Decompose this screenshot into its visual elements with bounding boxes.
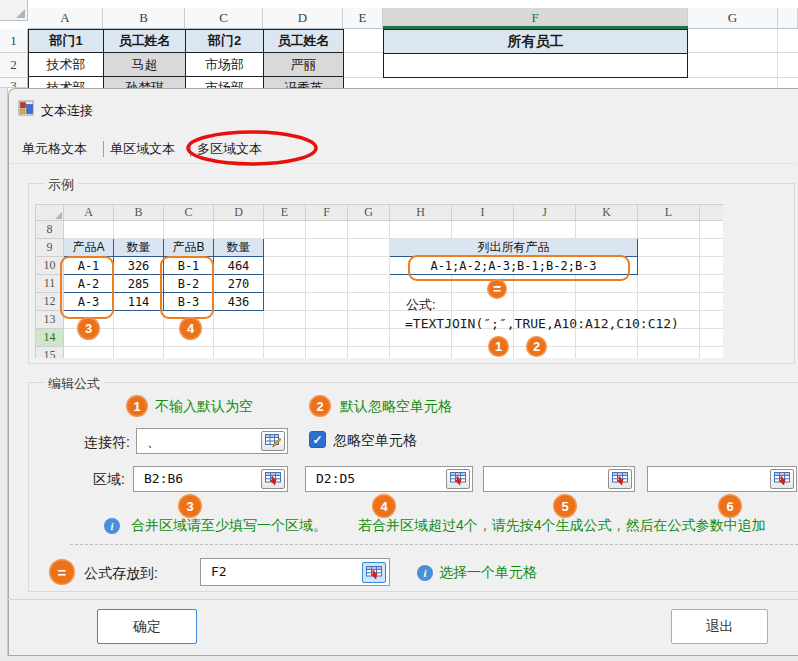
mini-cell-d11: 270 <box>214 275 264 293</box>
mini-cell-d10: 464 <box>214 257 264 275</box>
ok-button[interactable]: 确定 <box>97 609 197 644</box>
target-value: F2 <box>211 564 227 579</box>
badge-6-range: 6 <box>718 494 742 518</box>
cell-b2[interactable]: 马超 <box>104 53 186 77</box>
dashed-divider <box>70 544 798 545</box>
example-group-label: 示例 <box>44 176 78 194</box>
col-header-a[interactable]: A <box>28 8 103 29</box>
range-value-1: B2:B6 <box>144 471 183 486</box>
mini-corner-triangle-icon <box>55 212 62 219</box>
cell-b1[interactable]: 员工姓名 <box>104 30 186 53</box>
gridline <box>688 77 798 78</box>
badge-equals-target: = <box>49 559 75 585</box>
cell-f1[interactable]: 所有员工 <box>384 30 687 54</box>
col-header-c[interactable]: C <box>185 8 263 29</box>
range-select-icon <box>774 472 790 486</box>
f-column-block: 所有员工 <box>383 29 688 78</box>
joiner-input[interactable]: 、 <box>136 428 288 454</box>
cell-c3-clipped[interactable]: 市场部 <box>186 77 264 89</box>
joiner-value: 、 <box>147 433 160 451</box>
mini-col-e: E <box>264 205 306 221</box>
mini-row-13: 13 <box>36 311 64 329</box>
badge-4-example: 4 <box>179 317 202 340</box>
employee-table: 部门1 员工姓名 部门2 员工姓名 技术部 马超 市场部 严丽 技术部 孙梦琪 … <box>28 29 345 88</box>
hint-default-empty: 不输入默认为空 <box>155 398 253 416</box>
info-icon: i <box>104 518 120 534</box>
footer-divider <box>8 599 798 600</box>
background-sheet-edge <box>0 88 8 661</box>
tab-single-range-text[interactable]: 单区域文本 <box>110 140 175 158</box>
row-header-1[interactable]: 1 <box>0 29 28 53</box>
badge-1-hint: 1 <box>126 395 148 417</box>
cell-a1[interactable]: 部门1 <box>29 30 104 53</box>
col-header-partial[interactable] <box>778 8 798 29</box>
sheet-select-all-corner[interactable] <box>0 0 28 21</box>
cell-d2[interactable]: 严丽 <box>264 53 344 77</box>
mini-col-i: I <box>452 205 514 221</box>
range-picker-button-3[interactable] <box>608 469 632 489</box>
cell-d1[interactable]: 员工姓名 <box>264 30 344 53</box>
row-header-3-clipped[interactable]: 3 <box>0 78 28 88</box>
badge-1-example: 1 <box>488 336 509 357</box>
edit-formula-group-label: 编辑公式 <box>44 375 104 393</box>
row-header-2[interactable]: 2 <box>0 53 28 78</box>
mini-cell-d12: 436 <box>214 293 264 311</box>
mini-cell-b9: 数量 <box>114 239 164 257</box>
cell-f2-selected[interactable] <box>384 54 687 77</box>
mini-row-8: 8 <box>36 221 64 239</box>
formula-label: 公式: <box>406 296 436 314</box>
table-edit-icon <box>265 434 281 448</box>
col-header-d[interactable]: D <box>263 8 343 29</box>
example-mini-sheet: A B C D E F G H I J K L 8 9 产品A 数量 <box>35 204 723 358</box>
gridline <box>688 52 798 53</box>
cell-c1[interactable]: 部门2 <box>186 30 264 53</box>
tab-cell-text[interactable]: 单元格文本 <box>22 140 87 158</box>
badge-equals-example: = <box>487 279 507 299</box>
col-header-e[interactable]: E <box>343 8 383 29</box>
mini-cell-d9: 数量 <box>214 239 264 257</box>
mini-cell-a9: 产品A <box>64 239 114 257</box>
mini-col-j: J <box>514 205 576 221</box>
badge-4-range: 4 <box>372 494 396 518</box>
background-bottom-strip <box>0 656 798 661</box>
cell-a3-clipped[interactable]: 技术部 <box>29 77 104 89</box>
badge-2-example: 2 <box>526 336 547 357</box>
formula-text: =TEXTJOIN(″;″,TRUE,A10:A12,C10:C12) <box>405 316 679 331</box>
cell-c2[interactable]: 市场部 <box>186 53 264 77</box>
cell-a2[interactable]: 技术部 <box>29 53 104 77</box>
badge-2-hint: 2 <box>309 395 331 417</box>
tab-separator <box>103 141 104 157</box>
mini-col-f: F <box>306 205 348 221</box>
range-input-2[interactable]: D2:D5 <box>305 466 473 492</box>
mini-col-g: G <box>348 205 390 221</box>
range-input-4[interactable] <box>647 466 797 492</box>
range-input-1[interactable]: B2:B6 <box>133 466 288 492</box>
ignore-empty-checkbox-checked[interactable]: ✓ <box>309 431 326 448</box>
target-picker-button[interactable] <box>362 562 386 583</box>
highlight-result-cell <box>408 255 630 281</box>
cell-b3-clipped[interactable]: 孙梦琪 <box>104 77 186 89</box>
info-icon: i <box>417 565 433 581</box>
info-more-ranges: 若合并区域超过4个，请先按4个生成公式，然后在公式参数中追加 <box>358 517 766 535</box>
mini-cell-b12: 114 <box>114 293 164 311</box>
target-hint: 选择一个单元格 <box>439 564 537 582</box>
exit-button[interactable]: 退出 <box>671 609 768 644</box>
target-input[interactable]: F2 <box>200 558 390 586</box>
cell-d3-clipped[interactable]: 冯秀英 <box>264 77 344 89</box>
range-picker-button-2[interactable] <box>446 469 470 489</box>
mini-cell-b11: 285 <box>114 275 164 293</box>
badge-3-example: 3 <box>77 317 100 340</box>
red-circle-annotation <box>184 129 320 167</box>
range-input-3[interactable] <box>483 466 635 492</box>
range-picker-button-1[interactable] <box>261 469 285 489</box>
col-header-g[interactable]: G <box>688 8 778 29</box>
col-header-b[interactable]: B <box>103 8 185 29</box>
info-min-range: 合并区域请至少填写一个区域。 <box>131 517 327 535</box>
screen: A B C D E F G 1 2 3 部门1 员工姓名 部门2 员工姓名 技术… <box>0 0 798 661</box>
range-value-2: D2:D5 <box>316 471 355 486</box>
range-label: 区域: <box>55 471 125 489</box>
highlight-range-c10-c12 <box>160 256 214 319</box>
mini-col-d: D <box>214 205 264 221</box>
range-picker-button-4[interactable] <box>770 469 794 489</box>
joiner-picker-button[interactable] <box>261 431 285 451</box>
